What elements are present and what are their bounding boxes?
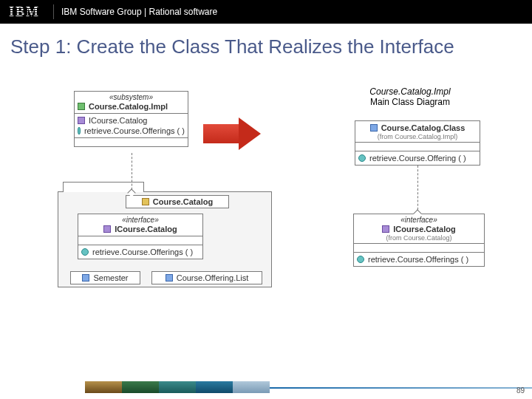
footer-rule <box>270 387 532 389</box>
icatalog-left-stereo: «interface» <box>81 216 200 224</box>
class-icon <box>166 274 173 282</box>
highlight-arrow-icon <box>203 117 261 150</box>
component-icon <box>78 103 85 110</box>
semester-name: Semester <box>93 273 128 282</box>
ibm-logo: IBM <box>9 4 40 20</box>
page-title: Step 1: Create the Class That Realizes t… <box>0 24 532 66</box>
package-icon <box>142 198 149 205</box>
icatalog-from: (from Course.Catalog) <box>357 234 481 242</box>
diagram-caption: Course.Catalog.Impl Main Class Diagram <box>336 86 484 107</box>
icatalog-left-name: ICourse.Catalog <box>115 225 177 233</box>
impl-class-name: Course.Catalog.Class <box>381 123 466 132</box>
class-icon <box>370 124 378 132</box>
uml-subsystem: «subsystem» Course.Catalog.Impl ICourse.… <box>74 91 188 147</box>
caption-line2: Main Class Diagram <box>336 97 484 107</box>
interface-icon <box>78 117 85 124</box>
icatalog-name: ICourse.Catalog <box>393 225 455 233</box>
uml-icatalog-left: «interface» ICourse.Catalog retrieve.Cou… <box>78 214 203 259</box>
operation-icon <box>358 154 366 162</box>
header-bar: IBM IBM Software Group | Rational softwa… <box>0 0 532 24</box>
uml-package-label: Course.Catalog <box>126 195 229 208</box>
footer-image-strip <box>85 381 270 393</box>
footer: 89 <box>0 380 532 399</box>
uml-semester: Semester <box>70 271 140 284</box>
breadcrumb: IBM Software Group | Rational software <box>61 7 217 17</box>
operation-icon <box>357 256 364 263</box>
impl-class-from: (from Course.Catalog.Impl) <box>358 133 477 140</box>
icatalog-stereotype: «interface» <box>357 216 481 224</box>
dependency-connector-left <box>132 153 132 194</box>
icatalog-op: retrieve.Course.Offerings ( ) <box>368 255 468 264</box>
operation-icon <box>78 127 81 134</box>
interface-icon <box>103 225 111 233</box>
subsystem-name: Course.Catalog.Impl <box>89 102 168 111</box>
icatalog-left-op: retrieve.Course.Offerings ( ) <box>92 248 193 256</box>
offeringlist-name: Course.Offering.List <box>177 273 249 282</box>
class-icon <box>82 274 89 282</box>
page-number: 89 <box>516 386 525 395</box>
subsystem-provides: ICourse.Catalog <box>89 116 148 125</box>
uml-icatalog-right: «interface» ICourse.Catalog (from Course… <box>353 214 485 267</box>
diagram-canvas: Course.Catalog.Impl Main Class Diagram «… <box>0 66 532 369</box>
realization-connector-right <box>417 166 418 214</box>
caption-line1: Course.Catalog.Impl <box>336 86 484 97</box>
uml-impl-class: Course.Catalog.Class (from Course.Catalo… <box>355 120 480 166</box>
package-name: Course.Catalog <box>153 197 213 206</box>
interface-icon <box>382 225 389 233</box>
header-divider <box>53 4 54 19</box>
impl-class-op: retrieve.Course.Offering ( ) <box>369 154 466 163</box>
operation-icon <box>81 248 89 256</box>
subsystem-stereotype: «subsystem» <box>78 93 185 101</box>
uml-offering-list: Course.Offering.List <box>151 271 262 284</box>
subsystem-op: retrieve.Course.Offerings ( ) <box>84 126 185 135</box>
